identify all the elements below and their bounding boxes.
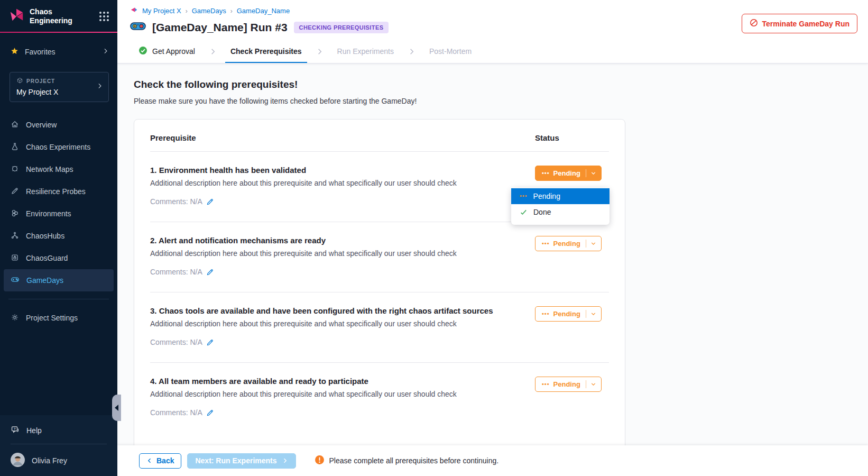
prerequisite-description: Additional description here about this p… (150, 390, 535, 398)
edit-pencil-icon[interactable] (206, 198, 214, 206)
next-run-experiments-button[interactable]: Next: Run Experiments (187, 453, 296, 469)
project-label: PROJECT (26, 78, 55, 84)
sidebar-item-favorites[interactable]: Favorites (0, 41, 117, 62)
prerequisite-title: 1. Environment health has been validated (150, 166, 535, 175)
pending-dots-icon: ••• (542, 381, 550, 387)
status-label: Pending (553, 169, 580, 177)
edit-pencil-icon[interactable] (206, 338, 214, 346)
home-icon (11, 120, 19, 130)
run-stepper: Get Approval Check Prerequisites Run Exp… (117, 40, 868, 63)
help-chat-icon: ? (11, 425, 20, 436)
check-circle-icon (138, 46, 147, 57)
project-name: My Project X (16, 88, 96, 96)
nav-label: ChaosGuard (26, 254, 68, 262)
help-button[interactable]: ? Help (0, 418, 117, 443)
chevron-left-icon (115, 405, 118, 411)
chevron-right-icon (408, 40, 415, 63)
prerequisites-card: Prerequisite Status 1. Environment healt… (134, 119, 625, 445)
flask-icon (11, 142, 19, 152)
step-get-approval[interactable]: Get Approval (138, 40, 195, 63)
lock-icon (11, 253, 19, 263)
hub-molecule-icon (11, 231, 19, 241)
sidebar-item-network-maps[interactable]: Network Maps (4, 158, 114, 180)
favorites-label: Favorites (25, 48, 96, 56)
sidebar-item-resilience-probes[interactable]: Resilience Probes (4, 180, 114, 203)
table-row: 4. All team members are available and re… (134, 363, 625, 433)
chevron-down-icon (590, 170, 597, 177)
dropdown-option-pending[interactable]: ••• Pending (511, 188, 610, 204)
status-label: Pending (553, 240, 580, 248)
user-menu[interactable]: Olivia Frey (0, 445, 117, 476)
chevron-left-icon (146, 457, 153, 464)
sidebar-item-chaoshubs[interactable]: ChaosHubs (4, 225, 114, 247)
sidebar-item-chaosguard[interactable]: ChaosGuard (4, 247, 114, 269)
sidebar-item-project-settings[interactable]: Project Settings (4, 307, 114, 329)
warning-text: Please complete all prerequisites before… (329, 456, 499, 465)
chevron-down-icon (590, 381, 597, 388)
terminate-gameday-button[interactable]: Terminate GameDay Run (742, 14, 857, 33)
edit-pencil-icon[interactable] (206, 268, 214, 276)
chevron-separator-icon: › (186, 7, 188, 15)
project-selector[interactable]: PROJECT My Project X (10, 72, 109, 102)
prerequisite-title: 4. All team members are available and re… (150, 377, 535, 386)
status-dropdown-button[interactable]: ••• Pending (535, 306, 602, 322)
app-switcher-icon[interactable] (99, 12, 109, 21)
table-row: 2. Alert and notification mechanisms are… (134, 222, 625, 292)
chevron-right-icon (96, 82, 103, 91)
nav-label: GameDays (26, 276, 63, 285)
content-heading: Check the following prerequisites! (134, 79, 855, 90)
step-label: Post-Mortem (429, 47, 472, 56)
button-divider (586, 380, 586, 388)
pending-dots-icon: ••• (542, 240, 550, 246)
status-label: Pending (553, 380, 580, 388)
step-post-mortem[interactable]: Post-Mortem (429, 40, 472, 63)
breadcrumb-link-project[interactable]: My Project X (142, 7, 181, 15)
brand-logo-icon (8, 7, 24, 25)
cube-icon (16, 77, 23, 85)
step-check-prerequisites[interactable]: Check Prerequisites (230, 40, 302, 63)
step-run-experiments[interactable]: Run Experiments (337, 40, 394, 63)
status-dropdown-button[interactable]: ••• Pending (535, 377, 602, 392)
step-label: Run Experiments (337, 47, 394, 56)
column-header-status: Status (535, 133, 609, 142)
status-label: Pending (553, 310, 580, 318)
sidebar: ChaosEngineering Favorites PROJECT (0, 0, 117, 476)
probe-pen-icon (11, 187, 19, 197)
comments-label: Comments: N/A (150, 268, 202, 276)
chevron-down-icon (590, 240, 597, 247)
content-subheading: Please make sure you have the following … (134, 97, 855, 105)
breadcrumb-link-gamedays[interactable]: GameDays (192, 7, 226, 15)
breadcrumb-logo-icon (130, 6, 138, 15)
app-root: ChaosEngineering Favorites PROJECT (0, 0, 868, 476)
sidebar-collapse-handle[interactable] (112, 395, 121, 421)
avatar (11, 453, 25, 469)
prohibited-icon (750, 19, 758, 29)
nav-label: Resilience Probes (26, 187, 86, 196)
gamepad-icon (11, 275, 20, 286)
option-label: Pending (533, 192, 560, 200)
pending-dots-icon: ••• (520, 193, 528, 199)
button-divider (586, 240, 586, 248)
star-icon (11, 47, 19, 57)
status-dropdown-button[interactable]: ••• Pending (535, 166, 602, 181)
option-label: Done (533, 208, 551, 216)
sidebar-item-environments[interactable]: Environments (4, 203, 114, 225)
edit-pencil-icon[interactable] (206, 409, 214, 417)
prerequisite-description: Additional description here about this p… (150, 249, 535, 258)
button-divider (586, 169, 586, 177)
status-dropdown-button[interactable]: ••• Pending (535, 236, 602, 251)
table-row: 3. Chaos tools are available and have be… (134, 292, 625, 362)
step-label: Check Prerequisites (230, 47, 302, 56)
main-area: My Project X › GameDays › GameDay_Name [… (117, 0, 868, 476)
sidebar-item-chaos-experiments[interactable]: Chaos Experiments (4, 136, 114, 158)
pending-dots-icon: ••• (542, 170, 550, 176)
sidebar-divider (8, 299, 109, 299)
sidebar-item-gamedays[interactable]: GameDays (4, 269, 114, 291)
next-label: Next: Run Experiments (195, 456, 276, 465)
dropdown-option-done[interactable]: Done (511, 204, 610, 220)
breadcrumb-link-gameday-name[interactable]: GameDay_Name (237, 7, 290, 15)
gameday-gamepad-icon (130, 21, 146, 34)
back-button[interactable]: Back (139, 453, 181, 469)
network-icon (11, 164, 19, 175)
sidebar-item-overview[interactable]: Overview (4, 114, 114, 136)
